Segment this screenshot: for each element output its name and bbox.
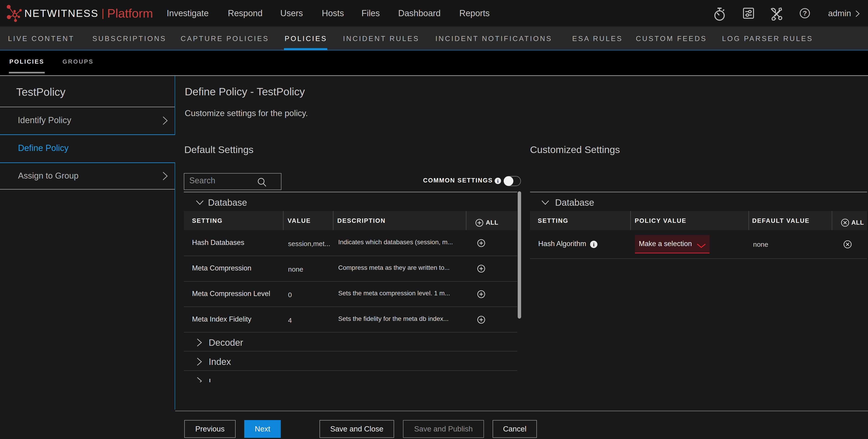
- svg-text:?: ?: [803, 9, 807, 17]
- svg-text:i: i: [497, 178, 499, 184]
- svg-text:i: i: [593, 242, 594, 247]
